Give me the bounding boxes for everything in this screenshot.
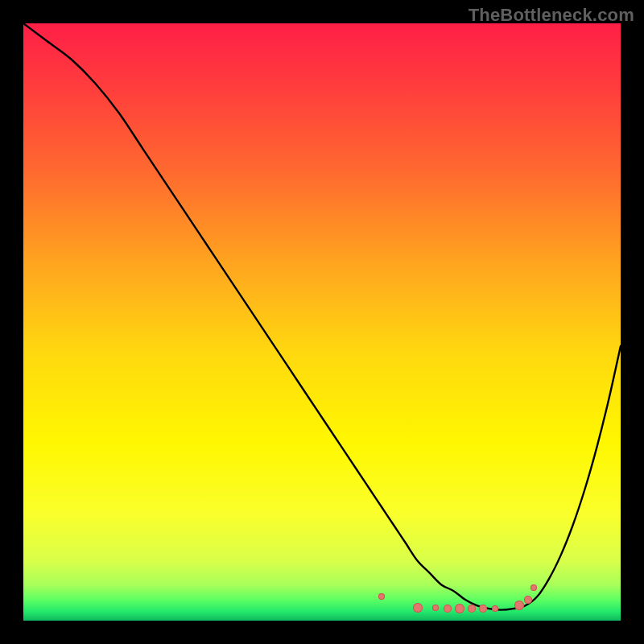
optimal-range-marker (413, 603, 423, 613)
optimal-range-marker (455, 604, 464, 613)
chart-stage: TheBottleneck.com (0, 0, 644, 644)
optimal-range-marker (444, 605, 452, 613)
optimal-range-marker (492, 605, 498, 612)
optimal-range-marker (378, 593, 385, 600)
optimal-range-marker (514, 601, 524, 610)
optimal-range-marker (530, 584, 537, 591)
optimal-range-marker (479, 605, 487, 613)
optimal-range-marker (468, 605, 476, 613)
plot-area (23, 23, 621, 621)
optimal-range-marker (524, 596, 532, 604)
optimal-range-marker (432, 605, 439, 611)
optimal-markers (23, 23, 621, 621)
